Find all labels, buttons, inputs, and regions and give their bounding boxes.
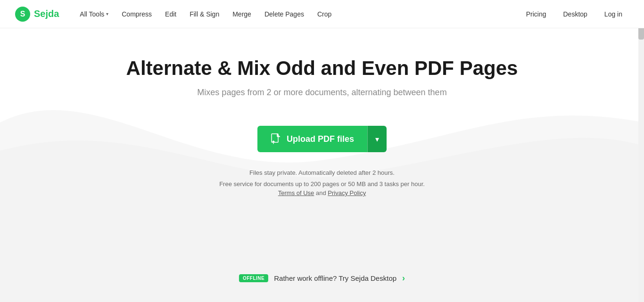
privacy-links: Terms of Use and Privacy Policy [219,189,425,196]
logo-link[interactable]: S Sejda [15,7,59,22]
and-text: and [316,189,328,196]
hero-section: Alternate & Mix Odd and Even PDF Pages M… [0,28,644,204]
navbar: S Sejda All Tools ▾ Compress Edit Fill &… [0,0,644,28]
terms-of-use-link[interactable]: Terms of Use [278,189,314,196]
upload-button-group: Upload PDF files ▾ [257,126,387,152]
dropdown-arrow-icon: ▾ [375,135,379,144]
nav-compress[interactable]: Compress [116,7,157,22]
nav-right: Pricing Desktop Log in [520,7,629,22]
page-subtitle: Mixes pages from 2 or more documents, al… [197,88,446,98]
nav-login[interactable]: Log in [598,7,629,22]
nav-crop[interactable]: Crop [312,7,337,22]
nav-pricing[interactable]: Pricing [520,7,553,22]
nav-delete-pages[interactable]: Delete Pages [259,7,310,22]
chevron-right-icon: › [402,273,405,283]
offline-text: Rather work offline? Try Sejda Desktop [274,274,396,282]
nav-fill-sign[interactable]: Fill & Sign [184,7,225,22]
nav-desktop[interactable]: Desktop [556,7,594,22]
nav-merge[interactable]: Merge [227,7,257,22]
logo-name: Sejda [34,8,59,19]
pdf-upload-icon [271,133,281,145]
privacy-line1: Files stay private. Automatically delete… [219,167,425,178]
offline-banner[interactable]: OFFLINE Rather work offline? Try Sejda D… [239,273,405,283]
privacy-line2: Free service for documents up to 200 pag… [219,179,425,189]
main-content: Alternate & Mix Odd and Even PDF Pages M… [0,28,644,302]
upload-pdf-button[interactable]: Upload PDF files [257,126,367,152]
page-title: Alternate & Mix Odd and Even PDF Pages [126,57,518,80]
nav-all-tools[interactable]: All Tools ▾ [74,7,114,22]
offline-badge: OFFLINE [239,274,268,282]
nav-edit[interactable]: Edit [159,7,182,22]
logo-icon: S [15,7,30,22]
chevron-down-icon: ▾ [106,11,108,16]
upload-button-label: Upload PDF files [287,134,354,144]
privacy-section: Files stay private. Automatically delete… [219,167,425,196]
upload-dropdown-button[interactable]: ▾ [367,126,387,152]
privacy-policy-link[interactable]: Privacy Policy [328,189,366,196]
nav-links: All Tools ▾ Compress Edit Fill & Sign Me… [74,7,519,22]
